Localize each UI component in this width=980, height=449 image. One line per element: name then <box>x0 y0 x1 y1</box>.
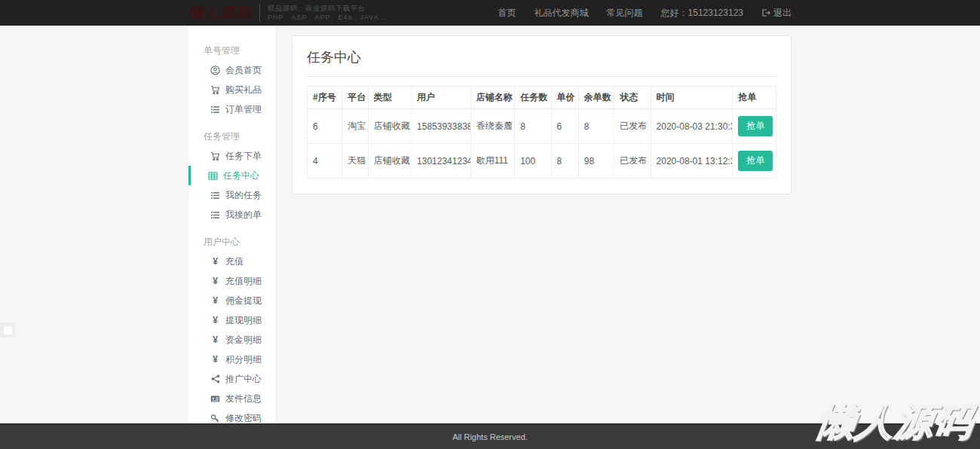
sidebar-item-funds-detail[interactable]: ¥ 资金明细 <box>188 330 276 350</box>
sidebar-item-label: 我接的单 <box>225 209 262 221</box>
task-table: #序号 平台 类型 用户 店铺名称 任务数 单价 余单数 状态 时间 抢单 <box>307 86 776 179</box>
footer: All Rights Reserved. <box>0 423 980 449</box>
page-container: 单号管理 会员首页 购买礼品 <box>188 26 792 423</box>
sidebar-item-label: 充值明细 <box>225 275 262 288</box>
main-content: 任务中心 #序号 平台 类型 用户 店铺名称 任务数 单价 <box>277 26 792 423</box>
col-header-status: 状态 <box>614 87 651 109</box>
cell-platform: 天猫 <box>342 144 368 179</box>
sidebar-item-label: 订单管理 <box>225 103 262 116</box>
sidebar-section-task-management: 任务管理 任务下单 任务中心 <box>188 127 276 225</box>
sidebar-item-label: 资金明细 <box>225 334 262 347</box>
nav-gift-mall[interactable]: 礼品代发商城 <box>534 7 589 20</box>
site-tagline: 精品源码、商业源码下载平台 PHP、ASP、APP、E4a、JAVA… <box>268 4 387 22</box>
cell-time: 2020-08-03 21:30:36 <box>651 109 733 144</box>
user-circle-icon <box>210 66 220 75</box>
sidebar-item-task-center[interactable]: 任务中心 <box>188 166 276 185</box>
sidebar-item-task-order[interactable]: 任务下单 <box>188 146 276 166</box>
sidebar-item-label: 我的任务 <box>225 189 262 202</box>
col-header-shop-name: 店铺名称 <box>470 87 514 109</box>
cell-unit-price: 8 <box>551 144 578 179</box>
cell-platform: 淘宝 <box>342 109 368 144</box>
top-header-bar: 懒人源码 精品源码、商业源码下载平台 PHP、ASP、APP、E4a、JAVA…… <box>0 0 980 26</box>
col-header-task-count: 任务数 <box>515 87 551 109</box>
left-edge-widget-inner <box>4 326 12 334</box>
sidebar-item-member-home[interactable]: 会员首页 <box>188 60 276 80</box>
col-header-remaining: 余单数 <box>578 87 614 109</box>
sidebar-item-recharge[interactable]: ¥ 充值 <box>188 252 276 271</box>
section-title: 任务管理 <box>188 127 276 146</box>
sidebar-item-points-detail[interactable]: ¥ 积分明细 <box>188 350 276 369</box>
key-icon <box>210 414 220 423</box>
sidebar-item-buy-gifts[interactable]: 购买礼品 <box>188 80 276 99</box>
sidebar-item-label: 充值 <box>225 255 243 268</box>
section-title: 单号管理 <box>188 41 276 60</box>
cell-shop-name: 歇用111 <box>470 144 514 179</box>
col-header-type: 类型 <box>368 87 411 109</box>
yen-icon: ¥ <box>210 354 220 365</box>
sidebar-item-label: 任务下单 <box>225 150 262 163</box>
cell-user: 13012341234 <box>412 144 471 179</box>
page-title: 任务中心 <box>307 48 776 66</box>
yen-icon: ¥ <box>210 256 220 267</box>
grab-order-button[interactable]: 抢单 <box>738 151 773 171</box>
table-header-row: #序号 平台 类型 用户 店铺名称 任务数 单价 余单数 状态 时间 抢单 <box>308 87 776 109</box>
top-navigation: 首页 礼品代发商城 常见问题 您好：15123123123 退出 <box>498 7 792 20</box>
nav-faq[interactable]: 常见问题 <box>607 7 643 20</box>
cell-action: 抢单 <box>733 144 776 179</box>
col-header-time: 时间 <box>651 87 733 109</box>
yen-icon: ¥ <box>210 334 220 345</box>
col-header-platform: 平台 <box>342 87 368 109</box>
cell-task-count: 8 <box>515 109 551 144</box>
sidebar-section-order-management: 单号管理 会员首页 购买礼品 <box>188 41 276 119</box>
sidebar-item-commission-withdraw[interactable]: ¥ 佣金提现 <box>188 291 276 310</box>
sidebar-item-withdraw-detail[interactable]: ¥ 提现明细 <box>188 310 276 330</box>
sidebar-item-label: 购买礼品 <box>225 84 262 96</box>
share-icon <box>210 374 220 383</box>
grab-order-button[interactable]: 抢单 <box>738 116 773 136</box>
sidebar-item-promotion-center[interactable]: 推广中心 <box>188 369 276 389</box>
cell-remaining: 8 <box>578 109 614 144</box>
yen-icon: ¥ <box>210 276 220 286</box>
cell-type: 店铺收藏 <box>368 144 411 179</box>
sidebar-item-order-manage[interactable]: 订单管理 <box>188 99 276 119</box>
table-row: 4 天猫 店铺收藏 13012341234 歇用111 100 8 98 已发布… <box>308 144 776 179</box>
footer-text: All Rights Reserved. <box>452 432 528 441</box>
left-edge-widget[interactable] <box>0 322 15 338</box>
cell-id: 6 <box>308 109 342 144</box>
site-logo[interactable]: 懒人源码 <box>188 3 258 23</box>
list-icon <box>210 191 220 200</box>
sidebar-item-label: 任务中心 <box>223 170 259 182</box>
sidebar-item-label: 佣金提现 <box>225 295 262 307</box>
sidebar-item-label: 推广中心 <box>225 373 262 386</box>
table-icon <box>208 171 218 181</box>
header-divider <box>259 4 260 22</box>
sidebar: 单号管理 会员首页 购买礼品 <box>188 26 277 423</box>
sidebar-item-recharge-detail[interactable]: ¥ 充值明细 <box>188 271 276 291</box>
yen-icon: ¥ <box>210 315 220 325</box>
table-row: 6 淘宝 店铺收藏 15853933838 香绕秦麓 8 6 8 已发布 202… <box>308 109 776 144</box>
cell-shop-name: 香绕秦麓 <box>470 109 514 144</box>
sidebar-item-accepted-orders[interactable]: 我接的单 <box>188 205 276 225</box>
cell-unit-price: 6 <box>551 109 578 144</box>
cart-icon <box>210 151 220 161</box>
cell-task-count: 100 <box>515 144 551 179</box>
logout-button[interactable]: 退出 <box>761 7 792 20</box>
sidebar-item-change-password[interactable]: 修改密码 <box>188 408 276 423</box>
cell-remaining: 98 <box>578 144 614 179</box>
nav-home[interactable]: 首页 <box>498 7 516 20</box>
sidebar-item-label: 发件信息 <box>225 392 262 405</box>
sidebar-item-my-tasks[interactable]: 我的任务 <box>188 185 276 205</box>
tagline-line1: 精品源码、商业源码下载平台 <box>268 4 387 13</box>
sidebar-item-label: 积分明细 <box>225 353 262 366</box>
sidebar-item-label: 会员首页 <box>225 64 262 77</box>
col-header-user: 用户 <box>412 87 471 109</box>
sidebar-item-sender-info[interactable]: 发件信息 <box>188 389 276 408</box>
contact-card-icon <box>210 394 220 404</box>
sidebar-section-user-center: 用户中心 ¥ 充值 ¥ 充值明细 ¥ 佣金提现 ¥ 提现明细 ¥ 资金明细 <box>188 232 276 423</box>
cart-icon <box>210 85 220 95</box>
sidebar-item-label: 修改密码 <box>225 412 262 424</box>
task-center-card: 任务中心 #序号 平台 类型 用户 店铺名称 任务数 单价 <box>292 35 792 194</box>
sidebar-item-label: 提现明细 <box>225 314 262 327</box>
cell-id: 4 <box>308 144 342 179</box>
logout-icon <box>761 8 770 17</box>
